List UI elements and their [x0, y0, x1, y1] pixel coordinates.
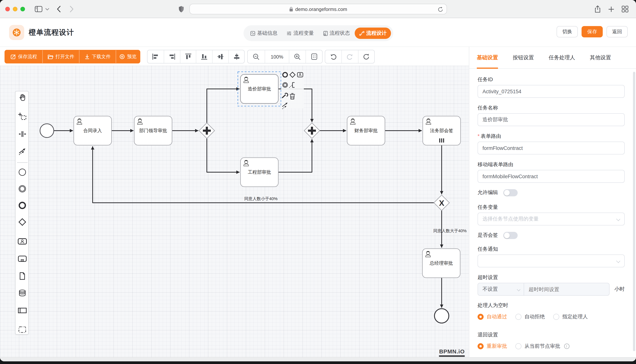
task-cost-dept-approve[interactable]: 造价部审批 [238, 72, 281, 106]
redo-icon[interactable] [342, 50, 358, 63]
countersign-toggle[interactable] [503, 232, 518, 239]
tab-basic-settings[interactable]: 基础设置 [477, 47, 498, 68]
lasso-tool-icon[interactable] [17, 112, 27, 122]
task-engineering-dept-approve[interactable]: 工程部审批 [241, 158, 278, 187]
create-start-event-icon[interactable] [17, 167, 27, 177]
create-end-event-icon[interactable] [17, 200, 27, 210]
align-left-icon[interactable] [147, 50, 164, 63]
align-center-vertical-icon[interactable] [228, 50, 244, 63]
tab-basic-info[interactable]: 基础信息 [246, 28, 282, 39]
traffic-lights [5, 7, 25, 11]
flow-design-icon [359, 31, 364, 36]
panel-scrollbar[interactable] [633, 72, 635, 351]
back-button-app[interactable]: 返回 [606, 26, 628, 38]
timeout-mode-select[interactable]: 不设置 [478, 283, 524, 295]
sidebar-toggle-icon[interactable] [35, 0, 42, 18]
open-file-button[interactable]: 打开文件 [43, 50, 79, 63]
svg-text:X: X [439, 198, 444, 208]
timeout-value-input[interactable] [524, 283, 609, 295]
minimize-window-button[interactable] [13, 7, 17, 11]
task-finance-dept-approve[interactable]: 财务部审批 [347, 116, 385, 145]
parallel-gateway-split[interactable] [199, 123, 215, 138]
parallel-gateway-join[interactable] [304, 123, 320, 138]
tab-label: 基础信息 [257, 30, 278, 37]
align-bottom-icon[interactable] [196, 50, 212, 63]
tab-button-settings[interactable]: 按钮设置 [513, 47, 534, 68]
tab-other-settings[interactable]: 其他设置 [590, 47, 611, 68]
preview-button[interactable]: 预览 [116, 50, 140, 63]
align-button-group [147, 50, 245, 64]
task-general-manager-approve[interactable]: 总经理审批 [422, 249, 460, 278]
task-notify-label: 任务通知 [478, 246, 625, 252]
browser-chrome: demo.orangeforms.com [0, 0, 636, 18]
task-variable-select[interactable]: 选择任务节点使用的变量 [478, 212, 625, 226]
reset-icon[interactable] [358, 50, 374, 63]
new-tab-icon[interactable] [608, 0, 614, 18]
align-right-icon[interactable] [164, 50, 180, 63]
info-icon[interactable]: ! [564, 344, 569, 349]
task-variable-label: 任务变量 [478, 204, 625, 211]
switch-button[interactable]: 切换 [557, 26, 578, 38]
tab-flow-design[interactable]: 流程设计 [355, 28, 391, 39]
zoom-in-icon[interactable] [289, 50, 306, 63]
end-event[interactable] [435, 309, 449, 323]
tab-flow-variables[interactable]: 流程变量 [282, 28, 318, 39]
align-center-horizontal-icon[interactable] [212, 50, 229, 63]
radio-auto-reject[interactable]: 自动拒绝 [515, 314, 545, 320]
close-window-button[interactable] [5, 7, 10, 11]
forward-button[interactable] [70, 0, 74, 18]
privacy-shield-icon[interactable] [178, 0, 184, 18]
share-icon[interactable] [594, 0, 601, 18]
download-file-button[interactable]: 下载文件 [79, 50, 116, 63]
svg-text:造价部审批: 造价部审批 [248, 86, 271, 92]
create-participant-icon[interactable] [17, 306, 27, 315]
radio-from-current-node[interactable]: 从当前节点审批! [515, 343, 569, 350]
task-id-input[interactable] [478, 85, 625, 98]
zoom-window-button[interactable] [21, 7, 25, 11]
task-contract-entry[interactable]: 合同录入 [74, 116, 112, 145]
allow-edit-label: 允许编辑 [478, 189, 498, 196]
create-intermediate-event-icon[interactable] [17, 184, 27, 194]
save-button[interactable]: 保存 [581, 26, 603, 38]
radio-auto-pass[interactable]: 自动通过 [478, 314, 507, 320]
create-gateway-icon[interactable] [17, 217, 27, 227]
task-name-input[interactable] [478, 113, 625, 126]
task-dept-leader-approve[interactable]: 部门领导审批 [134, 116, 172, 145]
start-event[interactable] [40, 124, 54, 138]
hand-tool-icon[interactable] [17, 92, 27, 102]
create-data-store-icon[interactable] [17, 288, 27, 298]
bpmn-canvas[interactable]: 同意人数小于40% 同意人数大于40% 合同录入 [0, 47, 469, 357]
back-button[interactable] [57, 0, 61, 18]
bpmn-io-watermark[interactable]: BPMN.iO [439, 348, 465, 357]
edge-label-less-40[interactable]: 同意人数小于40% [244, 196, 278, 201]
global-connect-tool-icon[interactable] [17, 146, 27, 156]
form-icon [250, 31, 255, 36]
mobile-form-route-input[interactable] [478, 170, 625, 183]
task-legal-dept-countersign[interactable]: 法务部会签 [423, 116, 461, 145]
exclusive-gateway[interactable]: X [434, 195, 449, 210]
zoom-out-icon[interactable] [248, 50, 265, 63]
task-notify-select[interactable] [478, 254, 625, 267]
radio-re-approve[interactable]: 重新审批 [478, 343, 507, 350]
tab-task-assignee[interactable]: 任务处理人 [549, 47, 575, 68]
address-bar[interactable]: demo.orangeforms.com [189, 4, 447, 14]
allow-edit-toggle[interactable] [503, 189, 518, 196]
create-group-icon[interactable] [17, 325, 27, 334]
chevron-down-icon [517, 288, 520, 291]
empty-assignee-label: 处理人为空时 [478, 302, 625, 309]
tab-overview-icon[interactable] [622, 0, 628, 18]
edge-label-more-40[interactable]: 同意人数大于40% [433, 228, 467, 233]
undo-icon[interactable] [325, 50, 342, 63]
align-top-icon[interactable] [180, 50, 196, 63]
chevron-down-icon[interactable] [45, 0, 49, 18]
radio-assign-handler[interactable]: 指定处理人 [553, 314, 588, 320]
save-flow-button[interactable]: 保存流程 [5, 50, 43, 63]
create-user-task-icon[interactable] [17, 236, 27, 246]
form-route-input[interactable] [478, 142, 625, 154]
space-tool-icon[interactable] [17, 129, 27, 139]
create-data-object-icon[interactable] [17, 271, 27, 281]
fit-viewport-icon[interactable] [306, 50, 322, 63]
create-subprocess-icon[interactable] [17, 254, 27, 264]
tab-flow-status[interactable]: 流程状态 [318, 28, 355, 39]
reload-icon[interactable] [438, 6, 443, 12]
